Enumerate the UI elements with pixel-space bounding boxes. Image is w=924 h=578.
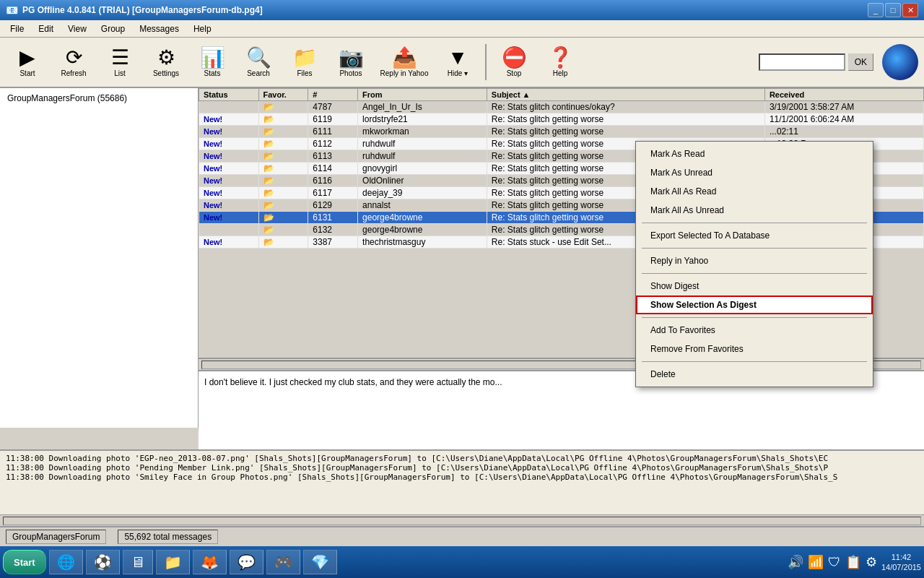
cell-status	[199, 101, 259, 113]
ctx-item-mark-all-read[interactable]: Mark All As Read	[636, 182, 873, 201]
taskbar-app-6[interactable]: 🎮	[266, 550, 300, 574]
ctx-item-reply-yahoo[interactable]: Reply in Yahoo	[636, 251, 873, 270]
list-button[interactable]: ☰ List	[98, 40, 141, 85]
col-subject[interactable]: Subject ▲	[487, 89, 764, 101]
menu-view[interactable]: View	[61, 22, 94, 35]
hide-button[interactable]: ▼ Hide ▾	[436, 40, 479, 85]
cell-status: New!	[199, 187, 259, 199]
cell-num: 6131	[308, 212, 358, 224]
bottom-hscroll-track[interactable]	[3, 517, 921, 525]
files-label: Files	[297, 69, 312, 77]
cell-status: New!	[199, 175, 259, 187]
cell-from: george4browne	[358, 212, 487, 224]
search-button[interactable]: 🔍 Search	[237, 40, 280, 85]
reply-yahoo-button[interactable]: 📤 Reply in Yahoo	[375, 40, 433, 85]
cell-from: mkworkman	[358, 126, 487, 138]
table-row[interactable]: 📂 4787 Angel_In_Ur_Is Re: Stats glitch c…	[199, 101, 924, 113]
title-bar: 📧 PG Offline 4.0.841 (TRIAL) [GroupManag…	[0, 0, 924, 20]
stop-label: Stop	[507, 69, 522, 77]
taskbar-app-3[interactable]: 🖥	[123, 550, 153, 574]
cell-from: Angel_In_Ur_Is	[358, 101, 487, 113]
col-status[interactable]: Status	[199, 89, 259, 101]
tray-icon-4: 📋	[845, 554, 861, 570]
menu-file[interactable]: File	[3, 22, 31, 35]
refresh-button[interactable]: ⟳ Refresh	[52, 40, 95, 85]
files-button[interactable]: 📁 Files	[283, 40, 326, 85]
tray-icon-1: 🔊	[788, 554, 803, 570]
cell-favor: 📂	[258, 150, 308, 163]
cell-subject: Re: Stats glitch continues/okay?	[487, 101, 764, 113]
search-input[interactable]	[759, 53, 845, 71]
taskbar-app-pg[interactable]: 💎	[303, 550, 337, 574]
cell-num: 6119	[308, 113, 358, 126]
table-row[interactable]: New! 📂 6119 lordstryfe21 Re: Stats glitc…	[199, 113, 924, 126]
app6-icon: 🎮	[274, 553, 292, 571]
cell-num: 6132	[308, 224, 358, 236]
cell-favor: 📂	[258, 113, 308, 126]
bottom-scrollbar[interactable]	[0, 514, 924, 526]
cell-num: 6113	[308, 150, 358, 163]
ctx-item-mark-all-unread[interactable]: Mark All As Unread	[636, 201, 873, 220]
ctx-item-show-digest[interactable]: Show Digest	[636, 277, 873, 296]
ctx-item-delete[interactable]: Delete	[636, 365, 873, 384]
minimize-button[interactable]: _	[868, 3, 884, 17]
taskbar-app-skype[interactable]: 💬	[230, 550, 263, 574]
cell-status: New!	[199, 126, 259, 138]
close-button[interactable]: ✕	[902, 3, 918, 17]
photos-button[interactable]: 📷 Photos	[329, 40, 372, 85]
context-menu: Mark As ReadMark As UnreadMark All As Re…	[635, 141, 873, 387]
cell-from: OldOnliner	[358, 175, 487, 187]
ctx-item-add-favorites[interactable]: Add To Favorites	[636, 321, 873, 340]
menu-help[interactable]: Help	[186, 22, 219, 35]
stop-button[interactable]: ⛔ Stop	[492, 40, 536, 85]
stats-button[interactable]: 📊 Stats	[191, 40, 234, 85]
ctx-separator	[642, 248, 867, 249]
ctx-item-mark-unread[interactable]: Mark As Unread	[636, 163, 873, 182]
menu-edit[interactable]: Edit	[31, 22, 61, 35]
start-label: Start	[19, 69, 35, 77]
taskbar-app-4[interactable]: 📁	[156, 550, 190, 574]
reply-yahoo-icon: 📤	[392, 48, 417, 68]
maximize-button[interactable]: □	[885, 3, 901, 17]
cell-status: New!	[199, 199, 259, 212]
col-received[interactable]: Received	[764, 89, 923, 101]
ctx-item-show-selection-digest[interactable]: Show Selection As Digest	[636, 296, 873, 314]
ok-button[interactable]: OK	[848, 53, 873, 71]
cell-received: ...02:11	[764, 126, 923, 138]
ctx-item-export-db[interactable]: Export Selected To A Database	[636, 226, 873, 245]
tray-icon-2: 📶	[808, 554, 824, 570]
taskbar-app-2[interactable]: ⚽	[86, 550, 120, 574]
cell-status: New!	[199, 150, 259, 163]
refresh-label: Refresh	[61, 69, 86, 77]
cell-favor: 📂	[258, 126, 308, 138]
cell-from: deejay_39	[358, 187, 487, 199]
sidebar-item-group[interactable]: GroupManagersForum (55686)	[3, 91, 195, 105]
stats-icon: 📊	[200, 48, 225, 68]
firefox-icon: 🦊	[201, 553, 219, 571]
settings-label: Settings	[153, 69, 179, 77]
table-row[interactable]: New! 📂 6111 mkworkman Re: Stats glitch g…	[199, 126, 924, 138]
settings-button[interactable]: ⚙ Settings	[144, 40, 188, 85]
cell-favor: 📂	[258, 212, 308, 224]
cell-from: gnovygirl	[358, 163, 487, 175]
menu-messages[interactable]: Messages	[132, 22, 186, 35]
start-button-taskbar[interactable]: Start	[3, 550, 46, 574]
app-icon: 📧	[6, 4, 18, 16]
menu-group[interactable]: Group	[94, 22, 132, 35]
ctx-item-mark-read[interactable]: Mark As Read	[636, 144, 873, 163]
refresh-icon: ⟳	[66, 48, 82, 68]
cell-status: New!	[199, 236, 259, 249]
ctx-item-remove-favorites[interactable]: Remove From Favorites	[636, 340, 873, 358]
start-button[interactable]: ▶ Start	[6, 40, 49, 85]
help-button[interactable]: ❓ Help	[539, 40, 582, 85]
col-favor[interactable]: Favor.	[258, 89, 308, 101]
taskbar-app-firefox[interactable]: 🦊	[193, 550, 227, 574]
clock-date: 14/07/2015	[881, 562, 921, 572]
cell-num: 3387	[308, 236, 358, 249]
toolbar: ▶ Start ⟳ Refresh ☰ List ⚙ Settings 📊 St…	[0, 38, 924, 88]
col-num[interactable]: #	[308, 89, 358, 101]
sidebar: GroupManagersForum (55686)	[0, 88, 199, 428]
col-from[interactable]: From	[358, 89, 487, 101]
cell-status: New!	[199, 138, 259, 150]
taskbar-app-ie[interactable]: 🌐	[49, 550, 83, 574]
